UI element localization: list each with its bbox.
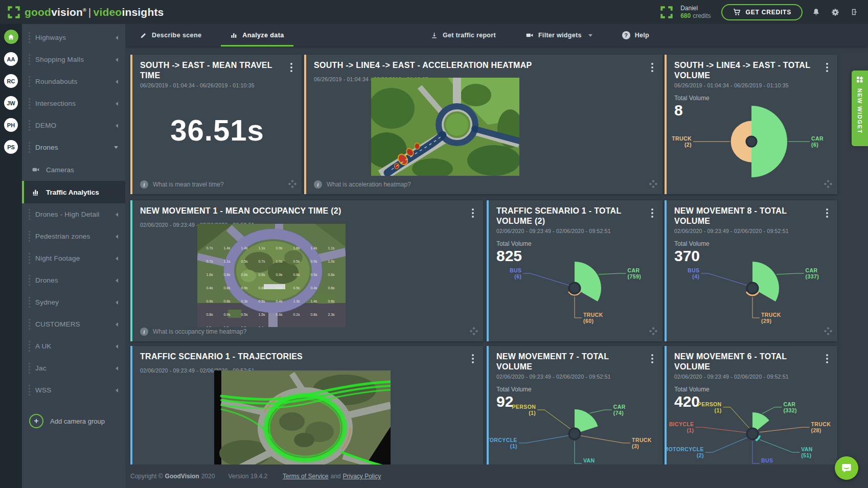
move-widget-icon[interactable] bbox=[824, 180, 832, 190]
move-widget-icon[interactable] bbox=[824, 327, 832, 337]
drag-handle-icon[interactable] bbox=[29, 275, 30, 286]
move-widget-icon[interactable] bbox=[288, 180, 296, 190]
chevron-left-icon[interactable] bbox=[116, 80, 118, 84]
move-widget-icon[interactable] bbox=[649, 180, 657, 190]
widget-help-row[interactable]: iWhat is occupancy time heatmap? bbox=[140, 328, 246, 336]
svg-text:MOTORCYCLE(1): MOTORCYCLE(1) bbox=[487, 437, 517, 449]
chevron-left-icon[interactable] bbox=[116, 257, 118, 261]
chevron-left-icon[interactable] bbox=[116, 278, 118, 283]
widget-trajectories: TRAFFIC SCENARIO 1 - TRAJECTORIES 02/06/… bbox=[130, 346, 483, 464]
svg-text:CAR(74): CAR(74) bbox=[613, 404, 626, 416]
widget-title: TRAFFIC SCENARIO 1 - TOTAL VOLUME (2) bbox=[496, 206, 649, 226]
drag-handle-icon[interactable] bbox=[29, 54, 30, 65]
widget-menu-button[interactable] bbox=[824, 352, 830, 366]
drag-handle-icon[interactable] bbox=[29, 319, 30, 330]
home-button[interactable] bbox=[4, 30, 18, 44]
chevron-left-icon[interactable] bbox=[116, 213, 118, 217]
chevron-down-icon[interactable] bbox=[114, 146, 118, 149]
move-widget-icon[interactable] bbox=[470, 327, 478, 337]
chevron-left-icon[interactable] bbox=[116, 300, 118, 305]
drag-handle-icon[interactable] bbox=[29, 363, 30, 374]
chevron-left-icon[interactable] bbox=[116, 36, 118, 40]
sidebar-item-drones-2[interactable]: Drones bbox=[22, 269, 125, 291]
user-name: Daniel bbox=[680, 5, 711, 12]
chevron-left-icon[interactable] bbox=[116, 235, 118, 239]
chevron-left-icon[interactable] bbox=[116, 102, 118, 106]
svg-text:MOTORCYCLE(2): MOTORCYCLE(2) bbox=[665, 446, 704, 458]
sidebar-item-highways[interactable]: Highways bbox=[22, 27, 125, 49]
privacy-policy-link[interactable]: Privacy Policy bbox=[343, 473, 381, 480]
sidebar-item-roundabouts[interactable]: Roundabouts bbox=[22, 71, 125, 92]
add-camera-group-button[interactable]: +Add camera group bbox=[29, 414, 125, 428]
svg-text:PERSON(1): PERSON(1) bbox=[698, 401, 722, 413]
help-button[interactable]: ?Help bbox=[622, 31, 649, 39]
svg-text:0.6s: 0.6s bbox=[276, 313, 283, 316]
svg-text:BUS(6): BUS(6) bbox=[510, 267, 521, 280]
sidebar-item-drones-high-detail[interactable]: Drones - High Detail bbox=[22, 203, 125, 225]
chevron-left-icon[interactable] bbox=[116, 124, 118, 128]
logout-icon[interactable] bbox=[849, 6, 861, 18]
chevron-left-icon[interactable] bbox=[116, 58, 118, 62]
sidebar-item-drones[interactable]: Drones bbox=[22, 136, 125, 158]
svg-text:VAN(51): VAN(51) bbox=[801, 446, 813, 458]
move-widget-icon[interactable] bbox=[649, 327, 657, 337]
chevron-left-icon[interactable] bbox=[116, 388, 118, 392]
sidebar-item-cameras[interactable]: Cameras bbox=[22, 158, 125, 181]
sidebar-item-jac[interactable]: Jac bbox=[22, 357, 125, 379]
terms-of-service-link[interactable]: Terms of Service bbox=[283, 473, 328, 480]
drag-handle-icon[interactable] bbox=[29, 120, 30, 131]
sidebar-item-traffic-analytics[interactable]: Traffic Analytics bbox=[22, 181, 125, 203]
svg-text:0.2s: 0.2s bbox=[293, 313, 300, 316]
settings-icon[interactable] bbox=[829, 6, 841, 18]
sidebar-item-demo[interactable]: DEMO bbox=[22, 114, 125, 136]
chevron-left-icon[interactable] bbox=[116, 322, 118, 327]
widget-menu-button[interactable] bbox=[824, 60, 830, 75]
avatar[interactable]: PH bbox=[4, 118, 18, 132]
drag-handle-icon[interactable] bbox=[29, 253, 30, 264]
chat-launcher-button[interactable] bbox=[835, 456, 858, 480]
chevron-left-icon[interactable] bbox=[116, 344, 118, 348]
tab-analyze-data[interactable]: Analyze data bbox=[216, 24, 298, 47]
get-credits-button[interactable]: GET CREDITS bbox=[721, 4, 803, 20]
widget-menu-button[interactable] bbox=[470, 206, 476, 220]
widget-menu-button[interactable] bbox=[288, 60, 294, 75]
drag-handle-icon[interactable] bbox=[29, 231, 30, 242]
sidebar-item-shopping-malls[interactable]: Shopping Malls bbox=[22, 49, 125, 71]
drag-handle-icon[interactable] bbox=[29, 385, 30, 396]
drag-handle-icon[interactable] bbox=[29, 142, 30, 153]
widget-menu-button[interactable] bbox=[649, 352, 655, 366]
chevron-left-icon[interactable] bbox=[116, 366, 118, 370]
sidebar-item-wss[interactable]: WSS bbox=[22, 379, 125, 401]
widget-menu-button[interactable] bbox=[824, 206, 830, 220]
avatar[interactable]: JW bbox=[4, 96, 18, 110]
tab-describe-scene[interactable]: Describe scene bbox=[125, 24, 216, 47]
filter-widgets-dropdown[interactable]: Filter widgets bbox=[526, 31, 592, 39]
notifications-icon[interactable] bbox=[810, 6, 822, 18]
sidebar-item-pedestrian-zones[interactable]: Pedestrian zones bbox=[22, 225, 125, 247]
sidebar-item-intersections[interactable]: Intersections bbox=[22, 92, 125, 114]
sidebar-item-night-footage[interactable]: Night Footage bbox=[22, 247, 125, 269]
sidebar-item-sydney[interactable]: Sydney bbox=[22, 291, 125, 313]
get-traffic-report-button[interactable]: Get traffic report bbox=[430, 32, 496, 39]
drag-handle-icon[interactable] bbox=[29, 76, 30, 87]
widget-help-row[interactable]: iWhat is mean travel time? bbox=[140, 180, 224, 189]
widget-menu-button[interactable] bbox=[649, 206, 655, 220]
widget-help-row[interactable]: iWhat is acceleration heatmap? bbox=[314, 180, 411, 189]
brand-text: goodvision®|videoinsights bbox=[25, 6, 164, 18]
widget-menu-button[interactable] bbox=[649, 60, 655, 75]
svg-text:1.1s: 1.1s bbox=[223, 260, 231, 263]
drag-handle-icon[interactable] bbox=[29, 98, 30, 109]
avatar[interactable]: AA bbox=[4, 52, 18, 66]
drag-handle-icon[interactable] bbox=[29, 209, 30, 220]
drag-handle-icon[interactable] bbox=[29, 341, 30, 352]
drag-handle-icon[interactable] bbox=[29, 297, 30, 308]
avatar[interactable]: RC bbox=[4, 74, 18, 88]
drag-handle-icon[interactable] bbox=[29, 32, 30, 43]
svg-text:1.6s: 1.6s bbox=[206, 273, 213, 276]
new-widget-button[interactable]: NEW WIDGET bbox=[852, 71, 868, 146]
sidebar-item-customers[interactable]: CUSTOMERS bbox=[22, 313, 125, 335]
widget-mean-occupancy-time: NEW MOVEMENT 1 - MEAN OCCUPANCY TIME (2)… bbox=[130, 200, 483, 341]
widget-menu-button[interactable] bbox=[470, 352, 476, 366]
sidebar-item-a-uk[interactable]: A UK bbox=[22, 335, 125, 357]
avatar[interactable]: PS bbox=[4, 140, 18, 154]
